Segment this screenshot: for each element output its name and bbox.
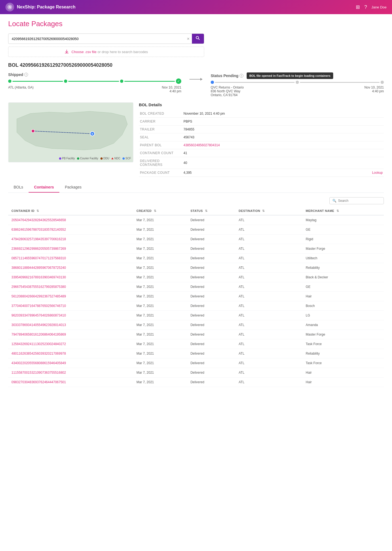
container-id-cell[interactable]: 303337869341405549623928014013 xyxy=(8,320,133,330)
container-id-cell[interactable]: 339540966216789163903469743130 xyxy=(8,273,133,282)
sort-icon-container-id[interactable]: ⇅ xyxy=(36,209,39,212)
table-row: 303337869341405549623928014013 Mar 7, 20… xyxy=(8,320,384,330)
container-id-cell[interactable]: 480116263854256039320217069978 xyxy=(8,349,133,358)
col-header-created: CREATED ⇅ xyxy=(133,207,187,215)
status-cell: Delivered xyxy=(187,368,235,378)
container-id-cell[interactable]: 962039334789645764026860873410 xyxy=(8,311,133,320)
detail-value: 784855 xyxy=(183,127,194,131)
table-row: 236692129629986205505739867269 Mar 7, 20… xyxy=(8,244,384,254)
detail-value-cell: 784855 xyxy=(182,126,384,133)
detail-value-cell: PBPS xyxy=(182,118,384,126)
tab-containers[interactable]: Containers xyxy=(29,182,59,193)
merchant-cell: Reliability xyxy=(302,263,384,273)
arrow-separator xyxy=(187,72,205,81)
table-row: 638624615967887031835782140552 Mar 7, 20… xyxy=(8,225,384,235)
merchant-cell: Rigid xyxy=(302,235,384,244)
svg-text:N: N xyxy=(9,6,11,9)
detail-label: SEAL xyxy=(139,133,182,141)
container-id-cell[interactable]: 377040400716478876502566746710 xyxy=(8,301,133,311)
merchant-cell: Bosch xyxy=(302,301,384,311)
svg-point-8 xyxy=(31,129,35,133)
sort-icon-destination[interactable]: ⇅ xyxy=(262,209,265,212)
container-id-cell[interactable]: 434002202055568088615946405849 xyxy=(8,358,133,368)
destination-cell: ATL xyxy=(235,320,302,330)
detail-label: CARRIER xyxy=(139,118,182,126)
detail-row: SEAL 456743 xyxy=(139,133,384,141)
container-id-cell[interactable]: 296675454387555162799285875380 xyxy=(8,282,133,292)
merchant-cell: GE xyxy=(302,225,384,235)
csv-dropzone[interactable]: Choose .csv file or drop here to search … xyxy=(8,47,204,57)
status-cell: Delivered xyxy=(187,254,235,263)
container-id-cell[interactable]: 386801188944428959670678725240 xyxy=(8,263,133,273)
merchant-cell: Maytag xyxy=(302,215,384,225)
col-header-status: STATUS ⇅ xyxy=(187,207,235,215)
csv-link[interactable]: Choose .csv file xyxy=(72,50,97,54)
legend-scf: SCF xyxy=(122,157,131,160)
destination-cell: ATL xyxy=(235,292,302,301)
content-row: B PB Facility Courier Facility DDU xyxy=(8,102,384,177)
container-id-cell[interactable]: 236692129629986205505739867269 xyxy=(8,244,133,254)
origin-date: Nov 10, 2021 4:40 pm xyxy=(162,86,181,93)
origin-addr: ATL (Atlanta, GA) xyxy=(8,86,33,89)
created-cell: Mar 7, 2021 xyxy=(133,235,187,244)
detail-row: CARRIER PBPS xyxy=(139,118,384,126)
table-row: 794789406580161206864064195869 Mar 7, 20… xyxy=(8,330,384,339)
detail-value: 456743 xyxy=(183,135,194,139)
merchant-cell: Hair xyxy=(302,368,384,378)
created-cell: Mar 7, 2021 xyxy=(133,378,187,387)
pending-info-icon[interactable]: i xyxy=(240,74,243,78)
sort-icon-created[interactable]: ⇅ xyxy=(154,209,157,212)
user-name[interactable]: Jane Doe xyxy=(371,5,387,9)
shipped-label: Shipped i xyxy=(8,72,181,77)
svg-text:B: B xyxy=(91,133,93,135)
merchant-cell: Hair xyxy=(302,378,384,387)
detail-value-cell: 456743 xyxy=(182,133,384,141)
help-icon[interactable]: ? xyxy=(364,4,367,10)
detail-table: BOL CREATED November 10, 2021 4:40 pm CA… xyxy=(139,110,384,177)
clear-icon[interactable]: ✕ xyxy=(185,37,192,41)
logo: N xyxy=(5,3,14,11)
container-id-cell[interactable]: 125843269241113025230024840272 xyxy=(8,339,133,349)
detail-label: PACKAGE COUNT xyxy=(139,169,182,177)
shipped-info-icon[interactable]: i xyxy=(24,73,28,77)
pending-dot-2 xyxy=(296,81,299,84)
detail-label: PARENT BOL xyxy=(139,141,182,149)
container-id-cell[interactable]: 098327030483693762464447067501 xyxy=(8,378,133,387)
lookup-link[interactable]: Lookup xyxy=(372,171,383,175)
detail-row: PACKAGE COUNT 4,395 Lookup xyxy=(139,169,384,177)
container-id-cell[interactable]: 111558700153210907363755516802 xyxy=(8,368,133,378)
sort-icon-merchant[interactable]: ⇅ xyxy=(336,209,339,212)
container-id-cell[interactable]: 794789406580161206864064195869 xyxy=(8,330,133,339)
container-id-cell[interactable]: 638624615967887031835782140552 xyxy=(8,225,133,235)
table-search-input[interactable] xyxy=(338,199,381,203)
status-cell: Delivered xyxy=(187,215,235,225)
detail-value-cell: November 10, 2021 4:40 pm xyxy=(182,110,384,118)
tab-bols[interactable]: BOLs xyxy=(8,182,29,193)
grid-icon[interactable]: ⊞ xyxy=(356,4,360,10)
status-cell: Delivered xyxy=(187,339,235,349)
detail-row: CONTAINER COUNT 41 xyxy=(139,149,384,157)
main-content: Locate Packages ✕ Choose .csv file or dr… xyxy=(0,14,392,392)
detail-row: DELIVERED CONTAINERS 40 xyxy=(139,157,384,169)
sort-icon-status[interactable]: ⇅ xyxy=(205,209,208,212)
status-cell: Delivered xyxy=(187,378,235,387)
container-id-cell[interactable]: 479428063257198435397700616218 xyxy=(8,235,133,244)
status-row: Shipped i ✓ ATL (Atlanta, GA) Nov 10, 20… xyxy=(8,72,384,97)
parent-bol-link[interactable]: 43856024856027804314 xyxy=(183,143,220,147)
merchant-cell: LG xyxy=(302,311,384,320)
destination-cell: ATL xyxy=(235,301,302,311)
search-button[interactable] xyxy=(192,34,204,44)
created-cell: Mar 7, 2021 xyxy=(133,215,187,225)
merchant-cell: Task Force xyxy=(302,358,384,368)
search-input[interactable] xyxy=(8,35,185,43)
table-search-icon: 🔍 xyxy=(332,199,336,203)
container-id-cell[interactable]: 561208804266642992367527485489 xyxy=(8,292,133,301)
container-id-cell[interactable]: 085711146559607470171237568310 xyxy=(8,254,133,263)
detail-value: 41 xyxy=(183,151,187,155)
tab-packages[interactable]: Packages xyxy=(59,182,87,193)
merchant-cell: Task Force xyxy=(302,339,384,349)
container-id-cell[interactable]: 205047642943282843625528546658 xyxy=(8,215,133,225)
merchant-cell: Black & Decker xyxy=(302,273,384,282)
status-cell: Delivered xyxy=(187,292,235,301)
destination-cell: ATL xyxy=(235,378,302,387)
